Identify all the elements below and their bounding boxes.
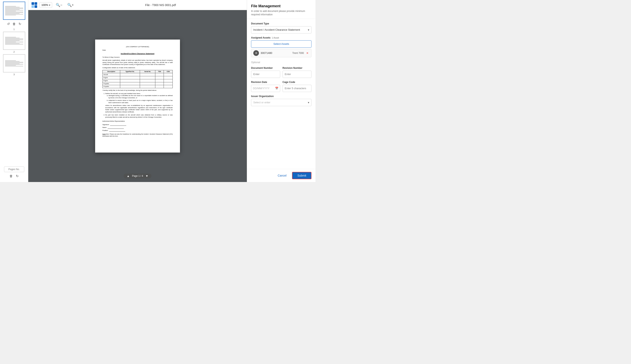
- doc-number-input[interactable]: [251, 70, 280, 78]
- thumb-1-rotate-right[interactable]: ↻: [18, 22, 22, 26]
- doc-type-field: Document Type Incident / Accident Cleara…: [251, 22, 311, 34]
- calendar-icon: 📅: [275, 87, 278, 90]
- pages-input[interactable]: [4, 166, 24, 172]
- thumb-img-2: [3, 32, 25, 50]
- thumbnail-2[interactable]: 2: [3, 32, 26, 53]
- thumb-1-controls: ↺ 🗑 ↻: [7, 22, 22, 26]
- pdf-company-header: (ON COMPANY LETTERHEAD): [102, 46, 173, 48]
- doc-type-selector[interactable]: Incident / Accident Clearance Statement …: [251, 26, 311, 34]
- table-row: Engine: [103, 79, 173, 82]
- doc-type-value: Incident / Accident Clearance Statement: [253, 28, 300, 31]
- table-row: Engine: [103, 76, 173, 79]
- revision-date-input[interactable]: DD/MM/YYYY 📅: [251, 85, 280, 92]
- asset-serial: 30071480: [260, 52, 291, 54]
- revision-date-field: Revision Date DD/MM/YYYY 📅: [251, 81, 280, 92]
- doc-number-label: Document Number: [251, 66, 280, 70]
- pdf-item1b: subjected to severe stress or heat (such…: [109, 100, 173, 104]
- cage-code-label: Cage Code: [282, 81, 312, 84]
- doc-rev-number-row: Document Number Revision Number: [251, 66, 311, 78]
- thumb-2-label: 2: [13, 51, 15, 53]
- issuer-org-dropdown[interactable]: Select or enter ▾: [251, 99, 311, 106]
- cage-code-input[interactable]: [282, 85, 312, 92]
- panel-footer: Cancel Submit: [247, 169, 316, 182]
- panel-subtitle: In order to add document please provide …: [251, 10, 311, 16]
- panel-title: File Management: [251, 4, 311, 8]
- name-label: Name:: [102, 126, 107, 129]
- zoom-chevron-icon: ▾: [49, 4, 50, 7]
- submit-button[interactable]: Submit: [292, 172, 311, 179]
- issuer-org-label: Issuer Organization: [251, 95, 311, 98]
- pdf-config: Configuration details as of date of this…: [102, 67, 173, 69]
- pdf-signature: Authorised Airline Representative Signat…: [102, 120, 173, 132]
- pdf-table: Description Type/Part No. Serial No. TSN…: [102, 70, 173, 88]
- page-next-btn[interactable]: ▼: [145, 174, 149, 178]
- revision-date-label: Revision Date: [251, 81, 280, 84]
- panel-header: File Management In order to add document…: [247, 0, 316, 19]
- thumb-1-label: 1: [13, 28, 15, 30]
- select-assets-button[interactable]: Select Assets: [251, 40, 311, 48]
- page-label: Page 1 / 4: [132, 174, 143, 177]
- cancel-button[interactable]: Cancel: [275, 172, 289, 179]
- panel-body: Document Type Incident / Accident Cleara…: [247, 19, 316, 169]
- pdf-body1: Aircraft [enter registration], details o…: [102, 59, 173, 66]
- thumbnail-panel: ↺ 🗑 ↻ 1 2: [0, 0, 28, 182]
- revision-number-input[interactable]: [282, 70, 312, 78]
- optional-label: Optional: [251, 61, 311, 64]
- pdf-item1a: damaged during, or identified as the roo…: [109, 95, 173, 99]
- pdf-list: Neither the aircraft, nor any part insta…: [102, 92, 173, 118]
- pdf-body: To Whom It May Concern: Aircraft [enter …: [102, 56, 173, 137]
- thumb-3-label: 3: [13, 73, 15, 76]
- pdf-addressee: To Whom It May Concern:: [102, 56, 173, 58]
- date-placeholder: DD/MM/YYYY: [253, 87, 269, 90]
- table-row: Propeller: [103, 85, 173, 88]
- issuer-org-placeholder: Select or enter: [253, 101, 270, 104]
- asset-engine-icon: ⚙: [253, 50, 259, 56]
- revision-date-cage-row: Revision Date DD/MM/YYYY 📅 Cage Code: [251, 81, 311, 92]
- page-nav: ▲ Page 1 / 4 ▼: [124, 174, 151, 178]
- zoom-value: 100%: [41, 4, 48, 6]
- pos-label: Position:: [102, 130, 108, 132]
- top-bar: 100% ▾ 🔍− 🔍+ File - T900 NIS 0001.pdf: [28, 0, 247, 10]
- sig-label: Signature:: [102, 124, 109, 126]
- cage-code-field: Cage Code: [282, 81, 312, 92]
- zoom-out-btn[interactable]: 🔍−: [55, 2, 64, 8]
- table-row: Aircraft: [103, 73, 173, 76]
- page-prev-btn[interactable]: ▲: [126, 174, 130, 178]
- pdf-item2: No part has been installed on the aircra…: [105, 114, 173, 118]
- pdf-certify: I hereby certify that, to the best of my…: [102, 90, 173, 92]
- thumbnail-1[interactable]: ↺ 🗑 ↻ 1: [3, 2, 26, 30]
- thumb-img-1: [3, 2, 25, 20]
- issuer-org-chevron-icon: ▾: [308, 101, 309, 104]
- assigned-assets-label: Assigned Assets 1 Asset: [251, 36, 311, 39]
- table-row: Propeller: [103, 82, 173, 85]
- thumb-1-delete[interactable]: 🗑: [12, 22, 16, 26]
- app-icon: [32, 2, 37, 8]
- asset-item: ⚙ 30071480 Trent 7000 ×: [251, 49, 311, 57]
- bottom-controls: 🗑 ↻: [9, 173, 20, 179]
- refresh-btn[interactable]: ↻: [15, 173, 20, 179]
- thumb-1-rotate-left[interactable]: ↺: [7, 22, 10, 26]
- doc-number-field: Document Number: [251, 66, 280, 78]
- main-area: 100% ▾ 🔍− 🔍+ File - T900 NIS 0001.pdf (O…: [28, 0, 247, 182]
- pdf-auth-rep: Authorised Airline Representative: [102, 120, 173, 122]
- doc-type-label: Document Type: [251, 22, 311, 25]
- delete-page-btn[interactable]: 🗑: [9, 173, 14, 179]
- doc-type-chevron-icon: ▾: [308, 28, 309, 32]
- zoom-in-btn[interactable]: 🔍+: [66, 2, 75, 8]
- assigned-assets-field: Assigned Assets 1 Asset Select Assets ⚙ …: [251, 36, 311, 57]
- issuer-org-field: Issuer Organization Select or enter ▾: [251, 95, 311, 106]
- thumbnail-3[interactable]: 3: [3, 54, 26, 76]
- revision-number-label: Revision Number: [282, 66, 312, 70]
- pdf-note: Note:Note: Please see also the Guideline…: [102, 133, 173, 137]
- pdf-unless: unless its airworthiness status was re-e…: [105, 104, 173, 113]
- thumb-img-3: [3, 54, 25, 72]
- asset-name: Trent 7000: [292, 52, 304, 54]
- zoom-selector[interactable]: 100% ▾: [40, 2, 52, 8]
- revision-number-field: Revision Number: [282, 66, 312, 78]
- pages-input-section: 🗑 ↻: [3, 165, 25, 180]
- pdf-date-line: Date: [102, 49, 173, 51]
- pdf-container: (ON COMPANY LETTERHEAD) Date Incident/Ac…: [28, 10, 247, 182]
- file-title: File - T900 NIS 0001.pdf: [77, 4, 244, 7]
- asset-remove-button[interactable]: ×: [305, 51, 309, 55]
- pdf-page: (ON COMPANY LETTERHEAD) Date Incident/Ac…: [95, 40, 180, 152]
